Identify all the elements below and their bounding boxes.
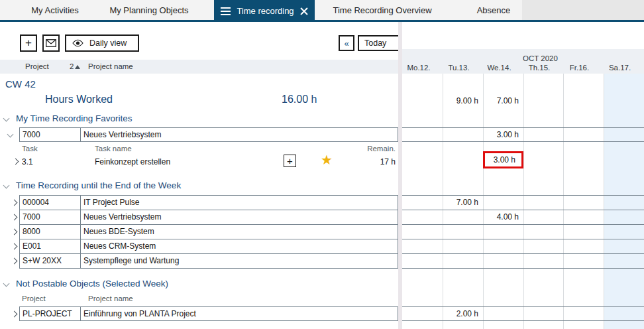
project-name-cell[interactable]: Neues Vertriebsystem	[80, 128, 398, 141]
table-row[interactable]: 8000 Neues BDE-System	[19, 224, 644, 239]
mail-icon	[46, 39, 56, 47]
column-header-remain: Remain.	[367, 145, 396, 153]
add-booking-button[interactable]: +	[284, 155, 296, 167]
week-row-tu-hours[interactable]: 7.00 h	[443, 198, 478, 207]
project-id-cell[interactable]: 000004	[19, 196, 80, 210]
column-header-project-name[interactable]: Project name	[88, 62, 133, 70]
menu-icon[interactable]	[221, 5, 231, 17]
today-label: Today	[364, 38, 386, 48]
week-row-we-hours[interactable]: 4.00 h	[483, 212, 519, 222]
tab-time-recording-overview[interactable]: Time Recording Overview	[323, 0, 442, 20]
sort-ascending-icon	[75, 65, 80, 69]
project-id-cell[interactable]: 7000	[19, 210, 80, 224]
calendar-week-label: CW 42	[5, 78, 36, 90]
project-name-cell[interactable]: Neues CRM-System	[80, 239, 398, 253]
table-row[interactable]: 7000 Neues Vertriebsystem	[19, 127, 644, 142]
task-name: Feinkonzept erstellen	[95, 157, 170, 166]
double-chevron-left-icon: «	[344, 38, 349, 48]
day-header-we: We.14.	[483, 64, 523, 73]
project-id-cell[interactable]: 8000	[19, 225, 80, 239]
table-row[interactable]: S+W 20XX Systempflege und Wartung	[19, 253, 644, 268]
today-button[interactable]: Today	[358, 35, 402, 51]
expand-icon[interactable]	[11, 243, 18, 250]
table-row[interactable]: PL-PROJECT Einführung von PLANTA Project	[19, 306, 644, 321]
favorites-project-we-hours[interactable]: 3.00 h	[483, 130, 519, 139]
task-we-hours: 3.00 h	[485, 153, 521, 166]
section-title-week[interactable]: Time Recording until the End of the Week	[16, 180, 181, 190]
expand-icon[interactable]	[11, 311, 18, 318]
table-header-band	[0, 60, 398, 74]
day-header-sa: Sa.17.	[604, 64, 644, 73]
day-header-th: Th.15.	[523, 64, 563, 73]
tab-my-planning-objects[interactable]: My Planning Objects	[96, 0, 202, 20]
collapse-icon[interactable]	[3, 281, 10, 287]
task-id: 3.1	[22, 157, 33, 166]
tab-time-recording[interactable]: Time recording	[214, 0, 315, 22]
expand-icon[interactable]	[13, 159, 19, 165]
previous-week-button[interactable]: «	[339, 35, 354, 51]
hours-worked-we: 7.00 h	[483, 96, 519, 105]
plus-icon: +	[25, 37, 32, 48]
expand-icon[interactable]	[11, 200, 18, 206]
eye-icon	[72, 39, 83, 47]
section-title-not-postable[interactable]: Not Postable Objects (Selected Week)	[16, 279, 168, 289]
sort-indicator[interactable]: 2	[70, 62, 80, 70]
expand-icon[interactable]	[11, 214, 18, 221]
month-label: OCT 2020	[523, 54, 558, 62]
collapse-icon[interactable]	[3, 182, 10, 189]
project-name-cell[interactable]: Systempflege und Wartung	[80, 254, 398, 268]
section-title-favorites[interactable]: My Time Recording Favorites	[16, 113, 133, 123]
column-header-project[interactable]: Project	[25, 62, 49, 70]
table-row[interactable]: 7000 Neues Vertriebsystem	[19, 210, 644, 224]
day-header-tu: Tu.13.	[443, 64, 483, 73]
column-header-project-name: Project name	[88, 295, 133, 302]
plus-icon: +	[287, 155, 293, 166]
project-name-cell[interactable]: Einführung von PLANTA Project	[80, 307, 398, 320]
selected-booking-cell[interactable]: 3.00 h	[483, 151, 523, 168]
not-postable-row-tu-hours[interactable]: 2.00 h	[443, 309, 478, 318]
tabbar-accent-line	[0, 20, 644, 22]
hours-worked-label: Hours Worked	[45, 94, 113, 105]
project-name-cell[interactable]: IT Project Pulse	[80, 196, 398, 210]
expand-icon[interactable]	[11, 229, 18, 235]
tab-absence[interactable]: Absence	[460, 0, 527, 20]
hours-worked-tu: 9.00 h	[443, 96, 478, 105]
task-remaining-hours: 17 h	[380, 157, 396, 166]
column-header-task: Task	[22, 145, 38, 153]
tabbar-filler	[522, 0, 644, 20]
collapse-icon[interactable]	[7, 131, 14, 138]
column-header-task-name: Task name	[95, 145, 132, 153]
project-name-cell[interactable]: Neues Vertriebsystem	[80, 210, 398, 224]
daily-view-button[interactable]: Daily view	[65, 34, 139, 52]
table-row[interactable]: 000004 IT Project Pulse	[19, 195, 644, 210]
day-header-fr: Fr.16.	[563, 64, 604, 73]
mail-button[interactable]	[42, 34, 60, 52]
collapse-icon[interactable]	[3, 115, 10, 122]
tab-my-activities[interactable]: My Activities	[12, 0, 98, 20]
daily-view-label: Daily view	[89, 38, 127, 48]
project-id-cell[interactable]: E001	[19, 239, 80, 253]
tab-bar: My Activities My Planning Objects Time r…	[0, 0, 644, 22]
row-border	[19, 268, 644, 269]
expand-icon[interactable]	[11, 258, 18, 265]
column-header-project: Project	[22, 295, 46, 302]
hours-worked-total: 16.00 h	[282, 94, 317, 105]
project-id-cell[interactable]: S+W 20XX	[19, 254, 80, 268]
tab-time-recording-label: Time recording	[237, 6, 294, 16]
day-header-mo: Mo.12.	[403, 64, 443, 73]
close-icon[interactable]	[300, 7, 308, 15]
project-id-cell[interactable]: PL-PROJECT	[19, 307, 80, 320]
table-row[interactable]: E001 Neues CRM-System	[19, 239, 644, 253]
project-name-cell[interactable]: Neues BDE-System	[80, 225, 398, 239]
project-id-cell[interactable]: 7000	[19, 128, 80, 141]
favorite-star-icon[interactable]: ★	[321, 153, 333, 166]
pane-divider[interactable]	[398, 22, 402, 329]
add-button[interactable]: +	[20, 34, 37, 52]
sort-order-number: 2	[70, 62, 74, 70]
time-recording-app: My Activities My Planning Objects Time r…	[0, 0, 644, 329]
